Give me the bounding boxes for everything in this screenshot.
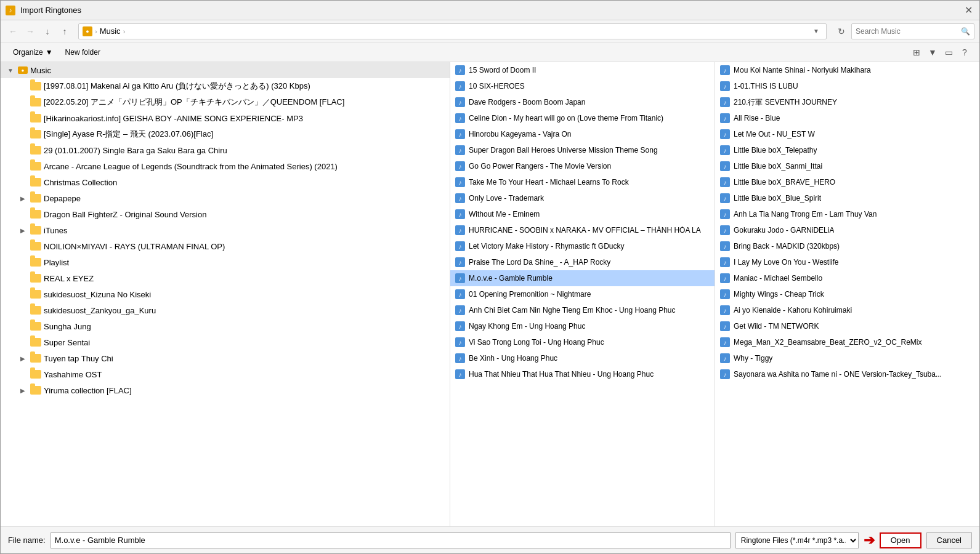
list-item[interactable]: ♪Hua That Nhieu That Hua That Nhieu - Un… (450, 366, 715, 382)
view-help-button[interactable]: ? (957, 45, 972, 60)
new-folder-button[interactable]: New folder (60, 45, 105, 60)
up-button[interactable]: ↑ (57, 24, 72, 39)
forward-button[interactable]: → (23, 24, 38, 39)
list-item[interactable]: ♪Gokuraku Jodo - GARNiDELiA (715, 222, 979, 238)
music-file-icon: ♪ (720, 81, 730, 91)
tree-item[interactable]: ▶Tuyen tap Thuy Chi (1, 350, 450, 366)
tree-item-label: Depapepe (44, 194, 81, 203)
cancel-button[interactable]: Cancel (926, 532, 972, 548)
tree-item[interactable]: Sungha Jung (1, 318, 450, 334)
list-item[interactable]: ♪Anh La Tia Nang Trong Em - Lam Thuy Van (715, 206, 979, 222)
list-item[interactable]: ♪Without Me - Eminem (450, 206, 715, 222)
list-item[interactable]: ♪Mega_Man_X2_Beamsabre_Beat_ZERO_v2_OC_R… (715, 334, 979, 350)
list-item[interactable]: ♪Super Dragon Ball Heroes Universe Missi… (450, 142, 715, 158)
view-preview-button[interactable]: ▭ (941, 45, 956, 60)
view-dropdown-button[interactable]: ▼ (925, 45, 940, 60)
list-item[interactable]: ♪Mou Koi Nante Shinai - Noriyuki Makihar… (715, 62, 979, 78)
list-item[interactable]: ♪Take Me To Your Heart - Michael Learns … (450, 174, 715, 190)
folder-icon (30, 258, 41, 267)
filename-input[interactable] (51, 532, 731, 548)
list-item[interactable]: ♪15 Sword of Doom II (450, 62, 715, 78)
filetype-select[interactable]: Ringtone Files (*.m4r *.mp3 *.a... (735, 532, 859, 548)
tree-item[interactable]: sukidesuost_Zankyou_ga_Kuru (1, 302, 450, 318)
tree-item[interactable]: sukidesuost_Kizuna No Kiseki (1, 286, 450, 302)
list-item[interactable]: ♪Ngay Khong Em - Ung Hoang Phuc (450, 318, 715, 334)
view-details-button[interactable]: ⊞ (909, 45, 924, 60)
music-file-icon: ♪ (455, 161, 465, 171)
back-button[interactable]: ← (6, 24, 20, 39)
list-item[interactable]: ♪All Rise - Blue (715, 110, 979, 126)
list-item[interactable]: ♪Get Wild - TM NETWORK (715, 318, 979, 334)
list-item[interactable]: ♪Anh Chi Biet Cam Nin Nghe Tieng Em Khoc… (450, 302, 715, 318)
tree-item[interactable]: [2022.05.20] アニメ「パリピ孔明」OP「チキチキバンバン」／QUEE… (1, 94, 450, 110)
address-separator: › (95, 28, 97, 35)
tree-item-label: Dragon Ball FighterZ - Original Sound Ve… (44, 210, 206, 219)
list-item[interactable]: ♪M.o.v.e - Gamble Rumble (450, 270, 715, 286)
tree-item[interactable]: Arcane - Arcane League of Legends (Sound… (1, 158, 450, 174)
tree-item[interactable]: ▶iTunes (1, 222, 450, 238)
folder-icon (30, 178, 41, 187)
file-item-label: Little Blue boX_Sanmi_Ittai (734, 162, 822, 171)
file-item-label: Let Me Out - NU_EST W (734, 130, 815, 138)
tree-section-header[interactable]: ▼ ● Music (1, 62, 450, 78)
tree-item[interactable]: [Hikarinoakariost.info] GEISHA BOY -ANIM… (1, 110, 450, 126)
list-item[interactable]: ♪Go Go Power Rangers - The Movie Version (450, 158, 715, 174)
list-item[interactable]: ♪Celine Dion - My heart will go on (Love… (450, 110, 715, 126)
list-item[interactable]: ♪Little Blue boX_BRAVE_HERO (715, 174, 979, 190)
tree-item[interactable]: ▶Depapepe (1, 190, 450, 206)
close-button[interactable]: ✕ (962, 4, 974, 17)
list-item[interactable]: ♪10 SIX-HEROES (450, 78, 715, 94)
tree-item[interactable]: Dragon Ball FighterZ - Original Sound Ve… (1, 206, 450, 222)
tree-item[interactable]: Super Sentai (1, 334, 450, 350)
tree-item-label: Christmas Collection (44, 178, 117, 187)
tree-item[interactable]: REAL x EYEZ (1, 270, 450, 286)
file-item-label: Anh Chi Biet Cam Nin Nghe Tieng Em Khoc … (469, 306, 676, 315)
refresh-button[interactable]: ↻ (834, 24, 849, 39)
list-item[interactable]: ♪01 Opening Premonition ~ Nightmare (450, 286, 715, 302)
tree-item-label: Playlist (44, 258, 69, 267)
tree-item[interactable]: ▶Yiruma collection [FLAC] (1, 382, 450, 398)
down-button[interactable]: ↓ (40, 24, 55, 39)
organize-button[interactable]: Organize ▼ (8, 45, 58, 60)
list-item[interactable]: ♪Only Love - Trademark (450, 190, 715, 206)
list-item[interactable]: ♪Mighty Wings - Cheap Trick (715, 286, 979, 302)
list-item[interactable]: ♪210.行軍 SEVENTH JOURNEY (715, 94, 979, 110)
list-item[interactable]: ♪Ai yo Kienaide - Kahoru Kohiruimaki (715, 302, 979, 318)
file-item-label: Mighty Wings - Cheap Trick (734, 290, 824, 299)
tree-item[interactable]: [Single] Ayase R-指定 – 飛天 (2023.07.06)[Fl… (1, 126, 450, 142)
list-item[interactable]: ♪Little Blue boX_Blue_Spirit (715, 190, 979, 206)
list-item[interactable]: ♪I Lay My Love On You - Westlife (715, 254, 979, 270)
tree-item[interactable]: [1997.08.01] Makenai Ai ga Kitto Aru (負け… (1, 78, 450, 94)
list-item[interactable]: ♪1-01.THIS IS LUBU (715, 78, 979, 94)
tree-item[interactable]: NOILION×MIYAVI - RAYS (ULTRAMAN FINAL OP… (1, 238, 450, 254)
list-item[interactable]: ♪HURRICANE - SOOBIN x NARAKA - MV OFFICI… (450, 222, 715, 238)
address-bar[interactable]: ● › Music › ▼ (78, 23, 827, 39)
music-file-icon: ♪ (455, 337, 465, 347)
tree-item[interactable]: Yashahime OST (1, 366, 450, 382)
list-item[interactable]: ♪Praise The Lord Da Shine_ - A_HAP Rocky (450, 254, 715, 270)
list-item[interactable]: ♪Little Blue boX_Sanmi_Ittai (715, 158, 979, 174)
list-item[interactable]: ♪Bring Back - MADKID (320kbps) (715, 238, 979, 254)
list-item[interactable]: ♪Little Blue boX_Telepathy (715, 142, 979, 158)
tree-item[interactable]: Christmas Collection (1, 174, 450, 190)
address-dropdown-button[interactable]: ▼ (810, 24, 822, 39)
list-item[interactable]: ♪Vi Sao Trong Long Toi - Ung Hoang Phuc (450, 334, 715, 350)
music-file-icon: ♪ (720, 177, 730, 187)
tree-item-label: NOILION×MIYAVI - RAYS (ULTRAMAN FINAL OP… (44, 242, 225, 251)
search-input[interactable] (856, 27, 961, 36)
list-item[interactable]: ♪Dave Rodgers - Boom Boom Japan (450, 94, 715, 110)
open-button[interactable]: Open (880, 532, 921, 548)
actions-bar: Organize ▼ New folder ⊞ ▼ ▭ ? (1, 42, 979, 62)
tree-item[interactable]: 29 (01.01.2007) Single Bara ga Saku Bara… (1, 142, 450, 158)
list-item[interactable]: ♪Sayonara wa Ashita no Tame ni - ONE Ver… (715, 366, 979, 382)
music-file-icon: ♪ (455, 369, 465, 379)
list-item[interactable]: ♪Let Victory Make History - Rhymastic ft… (450, 238, 715, 254)
music-file-icon: ♪ (720, 273, 730, 283)
list-item[interactable]: ♪Let Me Out - NU_EST W (715, 126, 979, 142)
list-item[interactable]: ♪Be Xinh - Ung Hoang Phuc (450, 350, 715, 366)
tree-item[interactable]: Playlist (1, 254, 450, 270)
list-item[interactable]: ♪Maniac - Michael Sembello (715, 270, 979, 286)
list-item[interactable]: ♪Why - Tiggy (715, 350, 979, 366)
list-item[interactable]: ♪Hinorobu Kageyama - Vajra On (450, 126, 715, 142)
music-file-icon: ♪ (455, 241, 465, 251)
